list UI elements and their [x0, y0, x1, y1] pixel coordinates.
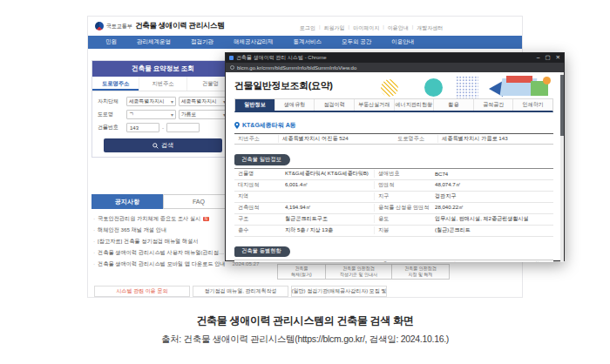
scrollbar-thumb[interactable] [560, 75, 564, 136]
guide-link[interactable]: 이용안내 [388, 24, 409, 32]
general-info-table: 건물명KT&G세종타워A( KT&G세종타워B) 생애번호BC74 대지면적6,… [234, 168, 553, 237]
dong-table-header: 동명 구조 용도 면적 변동일 변동원인 [234, 260, 553, 262]
cell-label: 구조 [234, 215, 285, 223]
login-link[interactable]: 로그인 [300, 24, 315, 32]
section-badge-general-info: 건축물 일반정보 [234, 154, 290, 165]
initial-select[interactable]: ㄱ▾ [126, 110, 176, 119]
address-summary-row: 지번주소 세종특별자치시 어진동 524 도로명주소 세종특별자치시 가름로 1… [234, 133, 553, 145]
figure-source: 출처: 건축물 생애이력 관리시스템(https://blcm.go.kr/, … [0, 334, 610, 346]
search-form: 자치단체 세종특별자치시▾ 세종특별자치시▾ 도로명 ㄱ▾ 가름로▾ 건물번호 … [92, 91, 234, 152]
cell-value: KT&G세종타워A( KT&G세종타워B) [285, 170, 374, 178]
building-no-sub-input[interactable] [166, 123, 200, 132]
quick-menu-cells: 건축물해체(철거) 건축물 안전점검작성기준 및 안내서 건축물 안전점검지정 … [277, 264, 450, 280]
column-header: 변동일 [473, 260, 515, 263]
tab-energy[interactable]: 에너지관리현황 [395, 99, 435, 111]
hatch-circle-decor [381, 79, 398, 97]
close-button[interactable]: ✕ [556, 55, 560, 61]
cell-value: 경관지구 [435, 192, 553, 200]
table-row: 구조철근콘크리트구조 용도업무시설, 판매시설, 제2종근린생활시설 [234, 214, 553, 226]
divider: | [319, 24, 321, 32]
tab-print[interactable]: 인쇄하기 [513, 99, 552, 111]
window-titlebar[interactable]: 건축물 생애이력 관리 시스템 - Chrome – ▢ ✕ [226, 53, 564, 63]
location-pin-icon [234, 122, 240, 129]
ministry-logo-icon [95, 22, 104, 30]
address-type-tabs: 도로명주소 지번주소 건물명 [92, 77, 234, 91]
tab-inspection-history[interactable]: 점검이력 [315, 99, 355, 111]
bullet: · [93, 260, 95, 266]
scrollbar-track[interactable] [560, 72, 564, 262]
cell-value: 48,074.7㎡ [435, 181, 553, 189]
lot-address-label: 지번주소 [234, 135, 278, 143]
tab-lot-address[interactable]: 지번주소 [139, 77, 186, 91]
sido-select[interactable]: 세종특별자치시▾ [126, 97, 176, 106]
cell-value: 28,040.22㎡ [435, 204, 553, 212]
column-header: 용도 [348, 260, 428, 263]
maximize-button[interactable]: ▢ [545, 55, 550, 61]
table-row: 건축면적4,194.94㎡ 용적률 산정용 연면적28,040.22㎡ [234, 203, 553, 214]
search-button[interactable]: 검색 [104, 138, 222, 152]
cell-label: 생애번호 [374, 170, 435, 178]
minimize-button[interactable]: – [537, 55, 540, 61]
devcenter-link[interactable]: 개발자센터 [417, 24, 443, 32]
tab-real-estate[interactable]: 부동산실거래 [355, 99, 395, 111]
popup-header: 건물일반정보조회(요약) [234, 76, 553, 97]
column-header: 면적 [428, 260, 473, 263]
bullet: · [93, 249, 95, 255]
address-bar[interactable]: blcm.go.kr/cmm/bldSummInfo/bldSummInfoVi… [226, 63, 564, 72]
nav-demolition-supervision[interactable]: 해체공사감리제 [234, 38, 274, 46]
tab-road-address[interactable]: 도로명주소 [92, 77, 139, 91]
divider: | [349, 24, 350, 32]
quick-cell-designation[interactable]: 건축물 안전점검지정 및 해제 [392, 264, 450, 280]
roadname-select[interactable]: 가름로▾ [179, 110, 228, 119]
divider: | [412, 24, 414, 32]
table-row: 지역 지구경관지구 [234, 192, 553, 203]
page-title: 건물일반정보조회(요약) [234, 76, 333, 92]
cell-label: 대지면적 [234, 181, 285, 189]
search-panel-title: 건축물 요약정보 조회 [92, 61, 234, 77]
cell-label: 지역 [234, 192, 285, 200]
nav-inspection-agency[interactable]: 점검기관 [191, 38, 214, 46]
road-label: 도로명 [98, 111, 124, 118]
site-brand[interactable]: 국토교통부 건축물 생애이력 관리시스템 [95, 21, 225, 31]
ministry-name: 국토교통부 [106, 23, 132, 30]
nav-usage-guide[interactable]: 이용안내 [391, 38, 414, 46]
cell-label: 지붕 [374, 226, 435, 234]
column-header: 동명 [234, 260, 268, 263]
board-tabs: 공지사항 FAQ [92, 194, 234, 209]
building-no-main-input[interactable]: 143 [126, 123, 159, 132]
section-badge-dong-status: 건축물 동별현황 [234, 246, 290, 258]
figure-caption: 건축물 생애이력 관리시스템의 건축물 검색 화면 [0, 313, 610, 328]
tab-general-info[interactable]: 일반정보 [235, 99, 275, 111]
nav-community[interactable]: 모두의 공간 [342, 38, 371, 46]
cell-value: BC74 [435, 171, 553, 177]
nav-minwon[interactable]: 민원 [105, 38, 117, 46]
quick-cell-inspection-guide[interactable]: 건축물 안전점검작성기준 및 안내서 [326, 264, 392, 280]
tab-usage[interactable]: 활용 [434, 99, 474, 111]
signup-link[interactable]: 회원가입 [324, 24, 345, 32]
site-title: 건축물 생애이력 관리시스템 [135, 21, 225, 31]
building-no-label: 건물번호 [98, 124, 124, 131]
system-inquiry-link[interactable]: 시스템 관련 이용 문의 [94, 286, 190, 297]
form-row-building-no: 건물번호 143 - [98, 121, 228, 134]
new-badge: N [203, 217, 208, 221]
site-info-icon [230, 65, 234, 70]
building-name-link[interactable]: KT&G세종타워 A동 [242, 121, 296, 130]
recruit-link[interactable]: (일반) 점검기관(해체공사감리자) 모집 및 [291, 286, 387, 297]
dot-grid-decor [456, 76, 478, 98]
tab-public-space[interactable]: 공적공간 [474, 99, 514, 111]
mypage-link[interactable]: 마이페이지 [353, 24, 379, 32]
nav-management[interactable]: 관리체계운영 [137, 38, 171, 46]
nav-statistics[interactable]: 통계서비스 [294, 38, 322, 46]
mail-illustration [489, 76, 552, 98]
bullet: · [93, 215, 95, 221]
global-nav: 민원 관리체계운영 점검기관 해체공사감리제 통계서비스 모두의 공간 이용안내 [88, 36, 522, 49]
building-no-separator: - [162, 125, 164, 131]
cell-value: 철근콘크리트구조 [285, 215, 374, 223]
sigungu-select[interactable]: 세종특별자치시▾ [179, 97, 228, 106]
tab-lifecycle[interactable]: 생애유형 [275, 99, 315, 111]
tab-faq[interactable]: FAQ [163, 194, 234, 209]
tab-notice[interactable]: 공지사항 [92, 194, 163, 209]
manual-link[interactable]: 정기점검 매뉴얼, 관리계획작성 [193, 286, 288, 297]
quick-cell-demolition[interactable]: 건축물해체(철거) [277, 264, 326, 280]
site-header: 국토교통부 건축물 생애이력 관리시스템 로그인| 회원가입| 마이페이지| 이… [88, 17, 522, 36]
